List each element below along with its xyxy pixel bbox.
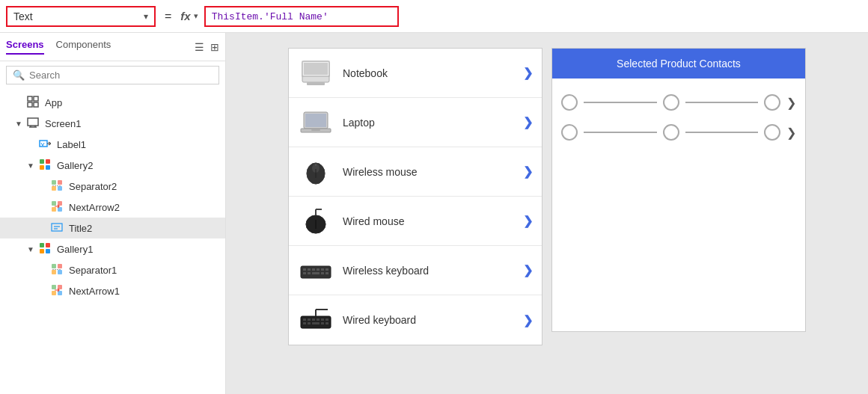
expand-gallery2-icon: ▼ — [27, 161, 34, 170]
separator2-icon — [51, 179, 63, 194]
svg-rect-74 — [312, 318, 315, 321]
line-node — [584, 132, 657, 133]
property-dropdown[interactable]: Text ▾ — [6, 6, 156, 27]
contacts-row: ❯ — [561, 120, 796, 144]
search-icon: 🔍 — [13, 70, 25, 81]
wireless-mouse-icon — [298, 157, 334, 187]
tree-item-separator2[interactable]: Separator2 — [0, 176, 225, 197]
svg-rect-34 — [52, 270, 56, 274]
product-name: Wireless keyboard — [343, 265, 514, 277]
svg-rect-37 — [52, 285, 56, 289]
contacts-header: Selected Product Contacts — [552, 49, 805, 79]
nextarrow2-icon — [51, 200, 63, 215]
search-box: 🔍 — [6, 66, 219, 84]
nextarrow1-label: NextArrow1 — [69, 286, 120, 297]
formula-box[interactable]: ThisItem.'Full Name' — [204, 6, 399, 27]
list-item[interactable]: Laptop ❯ — [289, 98, 542, 147]
svg-rect-33 — [58, 264, 62, 268]
svg-rect-25 — [52, 224, 62, 231]
svg-rect-60 — [303, 268, 306, 271]
tree: App ▼ Screen1 Label1 ▼ — [0, 89, 225, 394]
svg-rect-79 — [308, 322, 311, 324]
svg-rect-68 — [312, 272, 320, 274]
contacts-row-chevron-icon: ❯ — [786, 126, 796, 140]
svg-rect-63 — [317, 268, 320, 271]
svg-rect-70 — [326, 272, 328, 274]
svg-rect-35 — [58, 270, 62, 274]
fx-area: fx ▾ — [180, 10, 198, 22]
svg-rect-82 — [326, 322, 328, 324]
product-chevron-icon: ❯ — [523, 214, 533, 228]
tree-item-gallery2[interactable]: ▼ Gallery2 — [0, 155, 225, 176]
search-input[interactable] — [29, 70, 213, 81]
svg-rect-66 — [303, 272, 306, 274]
property-label: Text — [13, 10, 141, 22]
svg-rect-80 — [312, 322, 320, 324]
circle-node — [663, 124, 679, 141]
nextarrow2-label: NextArrow2 — [69, 202, 120, 213]
tree-item-nextarrow2[interactable]: NextArrow2 — [0, 197, 225, 218]
svg-rect-39 — [52, 291, 56, 295]
circle-node — [561, 94, 578, 111]
app-icon — [27, 96, 39, 110]
laptop-icon — [298, 108, 334, 138]
line-node — [685, 102, 759, 103]
svg-rect-0 — [28, 96, 32, 101]
product-chevron-icon: ❯ — [523, 313, 533, 327]
main-layout: Screens Components ☰ ⊞ 🔍 App — [0, 33, 868, 394]
list-item[interactable]: Wireless mouse ❯ — [289, 147, 542, 197]
list-item[interactable]: Wired mouse ❯ — [289, 197, 542, 246]
tree-item-app[interactable]: App — [0, 92, 225, 113]
svg-rect-43 — [307, 82, 325, 85]
gallery1-label: Gallery1 — [57, 244, 93, 255]
svg-rect-81 — [321, 322, 324, 324]
svg-rect-32 — [52, 264, 56, 268]
separator1-icon — [51, 263, 63, 277]
fx-chevron-icon[interactable]: ▾ — [194, 11, 198, 21]
title2-icon — [51, 221, 63, 236]
tree-item-label1[interactable]: Label1 — [0, 134, 225, 155]
contacts-rows: ❯ ❯ — [552, 79, 805, 156]
svg-rect-61 — [308, 268, 311, 271]
list-item[interactable]: Notebook ❯ — [289, 49, 542, 98]
expand-gallery1-icon: ▼ — [27, 245, 34, 253]
tree-item-nextarrow1[interactable]: NextArrow1 — [0, 280, 225, 301]
tree-item-screen1[interactable]: ▼ Screen1 — [0, 113, 225, 134]
grid-view-icon[interactable]: ⊞ — [210, 41, 219, 53]
svg-rect-19 — [58, 186, 62, 191]
tree-item-separator1[interactable]: Separator1 — [0, 259, 225, 280]
svg-rect-13 — [46, 159, 50, 164]
product-chevron-icon: ❯ — [523, 115, 533, 129]
list-view-icon[interactable]: ☰ — [195, 41, 204, 53]
list-item[interactable]: Wireless keyboard ❯ — [289, 246, 542, 295]
product-chevron-icon: ❯ — [523, 263, 533, 277]
svg-rect-73 — [308, 318, 311, 321]
notebook-icon — [298, 58, 334, 88]
svg-rect-67 — [308, 272, 311, 274]
svg-rect-31 — [46, 249, 50, 253]
tree-item-gallery1[interactable]: ▼ Gallery1 — [0, 238, 225, 259]
sidebar-resize-handle[interactable] — [222, 33, 226, 394]
svg-rect-78 — [303, 322, 306, 324]
gallery2-label: Gallery2 — [57, 160, 93, 171]
svg-rect-46 — [305, 114, 326, 127]
product-name: Wireless mouse — [343, 166, 514, 178]
svg-rect-28 — [40, 243, 44, 247]
list-item[interactable]: Wired keyboard ❯ — [289, 295, 542, 345]
tab-components[interactable]: Components — [56, 39, 111, 55]
formula-text: ThisItem.'Full Name' — [212, 11, 328, 22]
svg-rect-29 — [46, 243, 50, 247]
label1-label: Label1 — [57, 139, 86, 150]
svg-rect-17 — [58, 180, 62, 185]
svg-rect-44 — [304, 63, 328, 75]
contacts-panel: Selected Product Contacts ❯ — [551, 48, 806, 332]
tree-item-title2[interactable]: Title2 — [0, 218, 225, 238]
tab-screens[interactable]: Screens — [6, 39, 44, 55]
svg-rect-69 — [321, 272, 324, 274]
svg-rect-72 — [303, 318, 306, 321]
circle-node — [561, 124, 578, 141]
svg-rect-76 — [321, 318, 324, 321]
svg-rect-64 — [321, 268, 324, 271]
svg-rect-23 — [52, 207, 56, 212]
screen-icon — [27, 117, 39, 131]
